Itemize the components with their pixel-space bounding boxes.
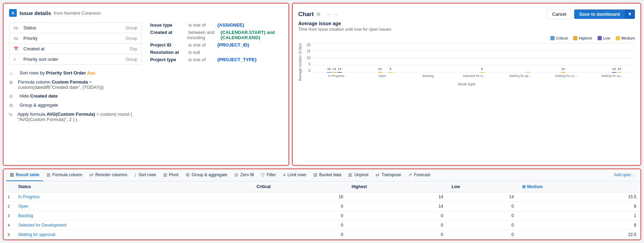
bar-group: 14 14 xyxy=(589,72,634,73)
toolbar-item-limit-rows[interactable]: ≡Limit rows xyxy=(279,169,310,181)
bar-rect xyxy=(480,72,484,73)
col-header-critical: Critical xyxy=(252,181,347,192)
reorder-columns-icon: ⇄ xyxy=(89,172,94,178)
chart-header: Chart ⚙ ← → Cancel Save to dashboard ▼ xyxy=(298,9,635,19)
bar-value-label: 14 xyxy=(561,67,565,71)
row-num: 1 xyxy=(3,192,14,202)
toolbar-item-forecast[interactable]: ↗Forecast xyxy=(404,169,434,181)
condition-row: Resolution at is null xyxy=(150,50,283,55)
toolbar-item-formula-column[interactable]: ⊞Formula column xyxy=(43,169,86,181)
x-label: Selected for D... xyxy=(451,74,497,81)
left-panel-inner: AbStatusGroupAbPriorityGroup📅Created atD… xyxy=(9,22,283,122)
highest-cell: 0 xyxy=(347,221,447,230)
cond-op: is one of xyxy=(187,42,215,48)
chart-title: Chart xyxy=(298,11,314,18)
bar: 14 xyxy=(561,72,565,73)
field-row: AbStatusGroup xyxy=(9,23,141,33)
x-label: Waiting for cu... xyxy=(543,74,589,81)
toolbar-item-pivot[interactable]: ⊞Pivot xyxy=(160,169,182,181)
toolbar-item-reorder-columns[interactable]: ⇄Reorder columns xyxy=(86,169,131,181)
toolbar-item-sort-rows[interactable]: ↕Sort rows xyxy=(131,169,160,181)
step-text: Formula column Custom Formula = custom(d… xyxy=(18,79,142,90)
toolbar-item-transpose[interactable]: ⇄Transpose xyxy=(372,169,404,181)
col-header-highest: Highest xyxy=(347,181,447,192)
bottom-panel: ⊞Result table⊞Formula column⇄Reorder col… xyxy=(3,169,641,240)
field-tag: Group xyxy=(126,57,137,62)
panel-title: Issue details xyxy=(20,10,51,16)
bar-rect xyxy=(617,72,622,73)
field-type-icon: Ab xyxy=(14,26,21,30)
x-label: Waiting for su... xyxy=(589,74,635,81)
toolbar-item-bucket-data[interactable]: ⊞Bucket data xyxy=(310,169,345,181)
bar-rect xyxy=(388,72,393,73)
highest-cell: 0 xyxy=(347,211,447,221)
cond-val: {ASSIGNEE} xyxy=(217,22,244,28)
step-icon: ⊞ xyxy=(9,80,14,85)
save-to-dashboard-button[interactable]: Save to dashboard xyxy=(574,9,624,19)
cond-key: Issue type xyxy=(150,22,185,28)
bar: 16 xyxy=(327,72,331,73)
toolbar-item-group-aggregate[interactable]: ⚙Group & aggregate xyxy=(182,169,231,181)
y-tick: 10 xyxy=(303,56,312,60)
toolbar-label: Bucket data xyxy=(319,172,341,177)
chart-main: 20151050 16 14 14 14 xyxy=(303,43,635,81)
bar: 14 xyxy=(332,72,337,73)
bar-rect xyxy=(612,72,616,73)
toolbar-item-unpivot[interactable]: ⊞Unpivot xyxy=(345,169,372,181)
status-link[interactable]: Waiting for approval xyxy=(18,232,55,237)
save-dropdown-button[interactable]: ▼ xyxy=(625,9,635,19)
toolbar-label: Result table xyxy=(16,172,39,177)
cond-key: Project type xyxy=(150,57,185,62)
bar: 14 xyxy=(337,72,342,73)
chart-panel: Chart ⚙ ← → Cancel Save to dashboard ▼ A… xyxy=(292,3,641,166)
bar-group: 16 14 14 xyxy=(315,72,359,73)
status-link[interactable]: Selected for Development xyxy=(18,223,66,228)
bar-group: 14 8 xyxy=(360,72,405,73)
gear-icon[interactable]: ⚙ xyxy=(316,12,321,17)
y-tick: 0 xyxy=(303,69,312,73)
legend-label: Low xyxy=(603,36,610,40)
toolbar-label: Filter xyxy=(266,172,276,177)
toolbar-item-zero-fill[interactable]: ⊘Zero fill xyxy=(231,169,257,181)
step-icon: ⊘ xyxy=(9,94,16,99)
x-label: In Progress xyxy=(313,74,359,81)
medium-cell: 8 xyxy=(518,221,641,230)
left-panel: A Issue details from Nombre Conexion AbS… xyxy=(3,3,289,166)
legend-item: Medium xyxy=(616,36,635,40)
cond-op: is null xyxy=(187,50,215,55)
x-label: Backlog xyxy=(405,74,451,81)
nav-back-icon[interactable]: ← xyxy=(326,12,331,17)
add-query-button[interactable]: Add quer... xyxy=(610,170,638,181)
cond-op: between and including xyxy=(187,30,218,40)
toolbar-label: Limit rows xyxy=(287,172,306,177)
status-link[interactable]: In Progress xyxy=(18,194,39,199)
fields-table: AbStatusGroupAbPriorityGroup📅Created atD… xyxy=(9,22,142,65)
low-cell: 0 xyxy=(447,211,518,221)
table-row: 5Waiting for approval00022.5 xyxy=(3,230,641,240)
legend-label: Highest xyxy=(579,36,592,40)
row-num: 2 xyxy=(3,202,14,211)
cancel-button[interactable]: Cancel xyxy=(547,9,571,19)
cond-key: Created at xyxy=(150,30,185,40)
nav-forward-icon[interactable]: → xyxy=(334,12,338,17)
status-link[interactable]: Backlog xyxy=(18,213,33,218)
formula-column-icon: ⊞ xyxy=(46,172,51,178)
y-tick: 5 xyxy=(303,62,312,66)
panel-header: A Issue details from Nombre Conexion xyxy=(9,9,283,17)
step: ⚙Group & aggregate xyxy=(9,102,142,108)
status-link[interactable]: Open xyxy=(18,204,28,209)
toolbar-item-result-table[interactable]: ⊞Result table xyxy=(6,169,43,181)
y-tick: 20 xyxy=(303,43,312,47)
row-num: 5 xyxy=(3,230,14,240)
field-tag: Group xyxy=(126,36,137,41)
toolbar-item-filter[interactable]: ▽Filter xyxy=(257,169,279,181)
field-name: Priority sort order xyxy=(23,57,123,62)
step: ⊘Hide Created date xyxy=(9,93,142,99)
panel-subtitle: from Nombre Conexion xyxy=(54,10,101,16)
bucket-data-icon: ⊞ xyxy=(313,172,317,178)
transpose-icon: ⇄ xyxy=(375,172,380,178)
status-cell: In Progress xyxy=(14,192,252,202)
cond-key: Resolution at xyxy=(150,50,185,55)
legend-label: Medium xyxy=(621,36,635,40)
zero-fill-icon: ⊘ xyxy=(234,172,239,178)
